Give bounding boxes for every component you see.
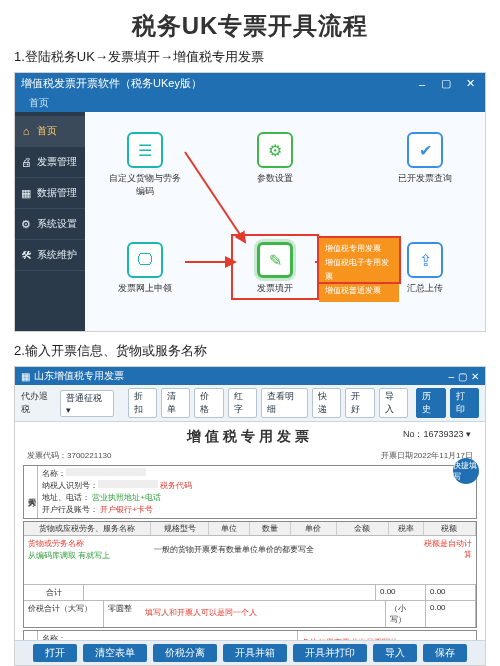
node-goods[interactable]: ☰ 自定义货物与劳务编码 <box>105 132 185 198</box>
buyer-block: 购买方 名称： 纳税人识别号： 税务代码 地址、电话： 营业执照地址+电话 开户… <box>23 465 477 519</box>
sum-row: 合计 0.00 0.00 <box>24 584 476 600</box>
toolbar-left-label: 代办退税 <box>21 390 56 416</box>
annot-goods-name: 货物或劳务名称 <box>28 538 84 549</box>
tb-done[interactable]: 开好 <box>345 388 374 418</box>
buyer-label: 购买方 <box>24 466 38 518</box>
tax-type-dropdown[interactable]: 普通征税 ▾ <box>60 390 114 417</box>
invoice-form: 增值税专用发票 No：16739323 ▾ 发票代码：3700221130 开票… <box>15 422 485 640</box>
node-query[interactable]: ✔ 已开发票查询 <box>385 132 465 185</box>
sidebar-item-label: 系统设置 <box>37 217 77 231</box>
node-online[interactable]: 🖵 发票网上申领 <box>105 242 185 295</box>
highlight-fill <box>231 234 319 300</box>
items-area[interactable]: 货物或劳务名称 从编码库调取 有就写上 一般的货物开票要有数量单位单价的都要写全… <box>24 536 476 584</box>
node-label: 已开发票查询 <box>385 172 465 185</box>
sidebar-item-label: 数据管理 <box>37 186 77 200</box>
annot-bottom: 填写人和开票人可以是同一个人 <box>145 607 257 618</box>
shot1-tabbar: 首页 <box>15 94 485 112</box>
upload-icon: ⇪ <box>419 251 432 270</box>
tb-price[interactable]: 价格 <box>194 388 223 418</box>
tb-express[interactable]: 快递 <box>312 388 341 418</box>
doc-title: 税务UK专票开具流程 <box>0 0 500 48</box>
invoice-icon: 🖨 <box>19 155 33 169</box>
tab-home[interactable]: 首页 <box>21 94 57 112</box>
annot-addr: 营业执照地址+电话 <box>92 493 161 502</box>
btn-open[interactable]: 打开 <box>33 644 77 662</box>
buyer-fields[interactable]: 名称： 纳税人识别号： 税务代码 地址、电话： 营业执照地址+电话 开户行及账号… <box>38 466 476 518</box>
tb-discount[interactable]: 折扣 <box>128 388 157 418</box>
quick-fill-badge[interactable]: 快捷填写 <box>453 458 479 484</box>
maint-icon: 🛠 <box>19 248 33 262</box>
seller-label: 销售方 <box>24 631 38 640</box>
node-param[interactable]: ⚙ 参数设置 <box>235 132 315 185</box>
settings-icon: ⚙ <box>19 217 33 231</box>
annot-tax-auto: 税额是自动计算 <box>422 538 472 560</box>
btn-save[interactable]: 保存 <box>423 644 467 662</box>
shot2-titlebar: ▦ 山东增值税专用发票 – ▢ ✕ <box>15 367 485 385</box>
items-header: 货物或应税劳务、服务名称 规格型号 单位 数量 单价 金额 税率 税额 <box>24 522 476 536</box>
sidebar-item-label: 发票管理 <box>37 155 77 169</box>
shot1-titlebar: 增值税发票开票软件（税务UKey版） – ▢ ✕ <box>15 73 485 94</box>
btn-clear[interactable]: 清空表单 <box>83 644 147 662</box>
shot1-canvas: ☰ 自定义货物与劳务编码 🖵 发票网上申领 ⚙ 参数设置 ✎ 发票填开 ✔ 已开… <box>85 112 485 331</box>
tb-list[interactable]: 清单 <box>161 388 190 418</box>
sidebar-item-settings[interactable]: ⚙ 系统设置 <box>15 209 85 240</box>
min-button[interactable]: – <box>413 78 431 90</box>
popup-item[interactable]: 增值税普通发票 <box>325 284 393 298</box>
gear-icon: ⚙ <box>268 141 282 160</box>
max-button[interactable]: ▢ <box>458 371 467 382</box>
home-icon: ⌂ <box>19 124 33 138</box>
tb-red[interactable]: 红字 <box>228 388 257 418</box>
list-icon: ☰ <box>138 141 152 160</box>
btn-issue-print[interactable]: 开具并打印 <box>293 644 367 662</box>
seller-remark-block: 销售方 名称： 纳税人识别号： 自己公司的信息，不起丹开票都是自动带入的 备注 … <box>23 630 477 640</box>
tb-print[interactable]: 打印 <box>450 388 479 418</box>
highlight-popup <box>317 236 401 284</box>
annot-remark: 备注如果有要求也是要写的 <box>302 637 398 640</box>
annot-goods-lib: 从编码库调取 有就写上 <box>28 550 110 561</box>
tb-history[interactable]: 历史 <box>416 388 445 418</box>
close-button[interactable]: ✕ <box>461 77 479 90</box>
remark-field[interactable]: 备注如果有要求也是要写的 <box>298 631 476 640</box>
node-label: 参数设置 <box>235 172 315 185</box>
close-button[interactable]: ✕ <box>471 371 479 382</box>
btn-import2[interactable]: 导入 <box>373 644 417 662</box>
btn-split[interactable]: 价税分离 <box>153 644 217 662</box>
annot-items-mid: 一般的货物开票要有数量单位单价的都要写全 <box>154 544 314 555</box>
tb-import[interactable]: 导入 <box>379 388 408 418</box>
screenshot-1: 增值税发票开票软件（税务UKey版） – ▢ ✕ 首页 ⌂ 首页 🖨 发票管理 … <box>14 72 486 332</box>
invoice-code: 发票代码：3700221130 <box>27 450 112 461</box>
shot2-toolbar: 代办退税 普通征税 ▾ 折扣 清单 价格 红字 查看明细 快递 开好 导入 历史… <box>15 385 485 422</box>
check-icon: ✔ <box>419 141 432 160</box>
min-button[interactable]: – <box>448 371 454 382</box>
node-label: 发票网上申领 <box>105 282 185 295</box>
invoice-no: No：16739323 ▾ <box>403 428 471 441</box>
shot2-bottom-bar: 打开 清空表单 价税分离 开具并箱 开具并打印 导入 保存 <box>15 640 485 665</box>
sidebar-item-label: 首页 <box>37 124 57 138</box>
sidebar-item-maint[interactable]: 🛠 系统维护 <box>15 240 85 271</box>
data-icon: ▦ <box>19 186 33 200</box>
shot1-sidebar: ⌂ 首页 🖨 发票管理 ▦ 数据管理 ⚙ 系统设置 🛠 系统维护 <box>15 112 85 331</box>
sidebar-item-data[interactable]: ▦ 数据管理 <box>15 178 85 209</box>
step1-text: 1.登陆税务UK→发票填开→增值税专用发票 <box>0 48 500 72</box>
app-icon: ▦ <box>21 371 30 382</box>
monitor-icon: 🖵 <box>137 251 153 269</box>
btn-issue-box[interactable]: 开具并箱 <box>223 644 287 662</box>
max-button[interactable]: ▢ <box>437 77 455 90</box>
screenshot-2: ▦ 山东增值税专用发票 – ▢ ✕ 代办退税 普通征税 ▾ 折扣 清单 价格 红… <box>14 366 486 666</box>
tb-detail[interactable]: 查看明细 <box>261 388 308 418</box>
annot-taxcode: 税务代码 <box>160 481 192 490</box>
step2-text: 2.输入开票信息、货物或服务名称 <box>0 342 500 366</box>
annot-bank: 开户银行+卡号 <box>100 505 153 514</box>
shot1-window-title: 增值税发票开票软件（税务UKey版） <box>21 76 202 91</box>
node-label: 自定义货物与劳务编码 <box>105 172 185 198</box>
seller-fields[interactable]: 名称： 纳税人识别号： 自己公司的信息，不起丹开票都是自动带入的 <box>38 631 284 640</box>
remark-label: 备注 <box>284 631 298 640</box>
sidebar-item-home[interactable]: ⌂ 首页 <box>15 116 85 147</box>
sidebar-item-label: 系统维护 <box>37 248 77 262</box>
shot2-window-title: 山东增值税专用发票 <box>34 369 124 383</box>
sidebar-item-invoice[interactable]: 🖨 发票管理 <box>15 147 85 178</box>
